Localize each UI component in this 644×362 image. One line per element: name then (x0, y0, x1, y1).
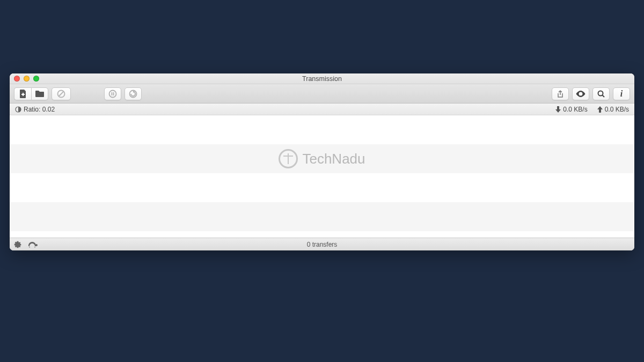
zoom-window-button[interactable] (33, 76, 39, 82)
download-speed-value: 0.0 KB/s (563, 106, 587, 113)
remove-torrent-button[interactable] (52, 87, 71, 100)
ratio-icon (15, 106, 21, 113)
svg-line-7 (603, 95, 605, 97)
resume-icon (129, 90, 137, 98)
ratio-value: 0.02 (42, 106, 55, 113)
pause-icon (108, 90, 117, 98)
list-row[interactable] (10, 144, 634, 173)
info-button[interactable]: i (613, 87, 630, 100)
upload-speed-value: 0.0 KB/s (605, 106, 629, 113)
toolbar: i (10, 84, 634, 104)
list-row[interactable] (10, 115, 634, 144)
share-icon (557, 90, 564, 98)
ratio-label: Ratio: (24, 106, 40, 113)
info-icon: i (620, 89, 623, 99)
svg-rect-4 (113, 92, 114, 95)
window-controls (14, 76, 39, 82)
download-arrow-icon (555, 106, 561, 113)
share-button[interactable] (552, 87, 569, 100)
upload-speed: 0.0 KB/s (597, 106, 629, 113)
file-add-icon (19, 90, 27, 98)
toolbar-file-group (14, 87, 48, 100)
folder-icon (35, 90, 45, 98)
pause-torrent-button[interactable] (104, 87, 121, 100)
no-entry-icon (57, 90, 65, 98)
list-row[interactable] (10, 231, 634, 238)
create-torrent-button[interactable] (14, 87, 31, 100)
quicklook-button[interactable] (572, 87, 589, 100)
svg-point-6 (598, 91, 603, 95)
minimize-window-button[interactable] (24, 76, 30, 82)
transfer-count: 0 transfers (10, 241, 634, 248)
svg-line-1 (59, 91, 63, 95)
download-speed: 0.0 KB/s (555, 106, 587, 113)
stats-bar: Ratio: 0.02 0.0 KB/s 0.0 KB/s (10, 104, 634, 115)
close-window-button[interactable] (14, 76, 20, 82)
list-row[interactable] (10, 173, 634, 202)
list-row[interactable] (10, 202, 634, 231)
transfer-list: TechNadu (10, 115, 634, 238)
svg-rect-3 (112, 92, 113, 95)
eye-icon (575, 90, 586, 98)
window-title: Transmission (10, 75, 634, 83)
footer-bar: 0 transfers (10, 238, 634, 250)
open-torrent-button[interactable] (31, 87, 48, 100)
search-button[interactable] (592, 87, 610, 100)
resume-torrent-button[interactable] (125, 87, 142, 100)
app-window: Transmission i (10, 73, 634, 250)
titlebar: Transmission (10, 73, 634, 84)
upload-arrow-icon (597, 106, 603, 113)
search-icon (597, 90, 605, 98)
svg-point-2 (109, 90, 116, 97)
